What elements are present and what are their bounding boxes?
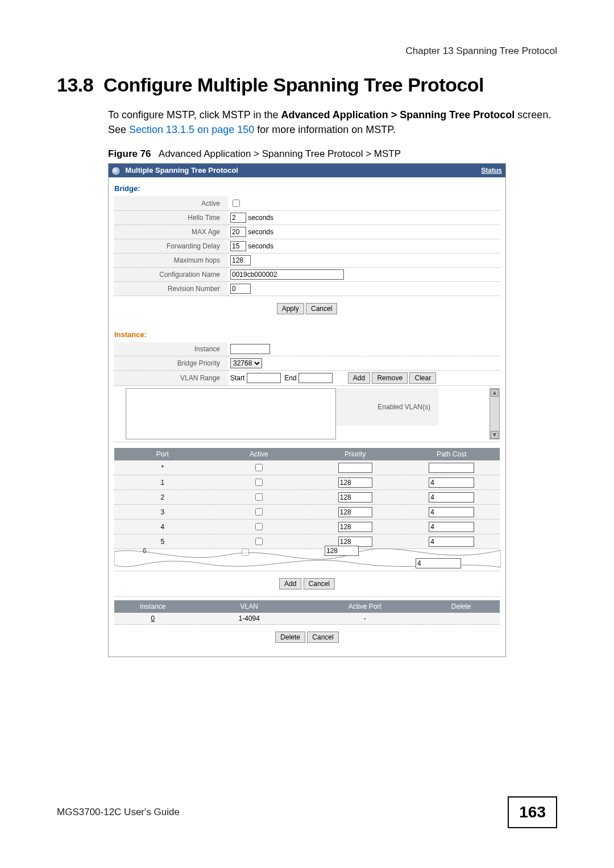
section-number: 13.8 [57,74,93,95]
instance-cancel-button[interactable]: Cancel [304,578,335,589]
th-active: Active [211,448,308,460]
cross-reference-link[interactable]: Section 13.1.5 on page 150 [129,124,254,135]
label-instance: Instance [114,342,228,356]
bridge-apply-button[interactable]: Apply [277,303,304,314]
port-active-checkbox[interactable] [255,479,263,486]
maxage-suffix: seconds [248,228,273,236]
label-config-name: Configuration Name [114,268,228,282]
table-row: 4 [114,520,500,534]
vlan-remove-button[interactable]: Remove [372,372,408,384]
config-name-input[interactable] [230,269,344,280]
active-checkbox[interactable] [233,200,240,207]
port-priority-input[interactable] [338,492,372,502]
page-number: 163 [508,796,557,828]
intro-bold-path: Advanced Application > Spanning Tree Pro… [281,109,515,121]
screenshot-titlebar: Multiple Spanning Tree Protocol Status [109,164,505,177]
bridge-priority-select[interactable]: 32768 [230,358,262,368]
port-pathcost-input[interactable] [429,537,474,547]
instance-form: Instance Bridge Priority 32768 VLAN Rang… [114,342,500,386]
hello-suffix: seconds [248,214,273,222]
th-active-port: Active Port [307,600,422,613]
port-pathcost-input[interactable] [429,477,474,488]
vlan-end-label: End [284,374,296,382]
summary-vlan: 1-4094 [192,613,307,625]
intro-paragraph: To configure MSTP, click MSTP in the Adv… [108,107,557,137]
torn-edge: 6 [114,547,500,571]
port-pathcost-input[interactable] [429,492,474,502]
intro-post: for more information on MSTP. [254,124,396,135]
port-active-checkbox[interactable] [242,549,249,556]
port-pathcost-input[interactable] [429,507,474,517]
scroll-up-icon[interactable]: ▲ [491,389,499,397]
vlan-start-input[interactable] [247,373,281,383]
table-row: 3 [114,505,500,520]
label-forwarding-delay: Forwarding Delay [114,239,228,254]
instance-input[interactable] [230,344,270,354]
enabled-vlans-scrollbar[interactable]: ▲ ▼ [489,388,500,439]
figure-caption: Figure 76 Advanced Application > Spannin… [108,148,557,160]
port-pathcost-input[interactable] [416,558,461,568]
vlan-add-button[interactable]: Add [348,372,370,384]
port-priority-input[interactable] [338,463,372,473]
label-enabled-vlans: Enabled VLAN(s) [336,388,438,426]
bridge-cancel-button[interactable]: Cancel [306,303,337,314]
label-max-hops: Maximum hops [114,254,228,268]
section-heading: Configure Multiple Spanning Tree Protoco… [103,74,484,95]
table-row: 2 [114,490,500,505]
scroll-down-icon[interactable]: ▼ [491,431,499,439]
port-priority-input[interactable] [338,507,372,517]
table-row: * [114,460,500,475]
port-priority-input[interactable] [325,546,359,556]
th-priority: Priority [307,448,404,460]
forwarding-delay-input[interactable] [230,241,246,251]
summary-delete-button[interactable]: Delete [275,632,305,643]
label-active: Active [114,196,228,211]
th-instance: Instance [114,600,192,613]
port-table: Port Active Priority Path Cost * 1 [114,448,500,549]
th-pathcost: Path Cost [404,448,500,460]
instance-heading: Instance: [114,330,500,339]
titlebar-title: Multiple Spanning Tree Protocol [125,166,238,175]
port-priority-input[interactable] [338,537,372,547]
port-pathcost-input[interactable] [429,463,474,473]
label-bridge-priority: Bridge Priority [114,356,228,371]
instance-link[interactable]: 0 [151,614,155,622]
max-hops-input[interactable] [230,255,251,265]
summary-delete-cell [422,613,500,625]
label-hello-time: Hello Time [114,211,228,225]
port-active-checkbox[interactable] [255,508,263,516]
enabled-vlans-box[interactable] [126,388,336,439]
port-priority-input[interactable] [338,522,372,532]
summary-active-port: - [307,613,422,625]
hello-time-input[interactable] [230,213,246,223]
summary-cancel-button[interactable]: Cancel [307,632,338,643]
bridge-heading: Bridge: [114,184,500,193]
port-priority-input[interactable] [338,477,372,488]
label-max-age: MAX Age [114,225,228,239]
status-link[interactable]: Status [481,167,502,175]
vlan-clear-button[interactable]: Clear [409,372,436,384]
port-pathcost-input[interactable] [429,522,474,532]
max-age-input[interactable] [230,227,246,237]
port-active-checkbox[interactable] [255,523,263,530]
mstp-screenshot: Multiple Spanning Tree Protocol Status B… [108,163,506,657]
instance-add-button[interactable]: Add [279,578,301,589]
revision-number-input[interactable] [230,284,251,294]
intro-pre: To configure MSTP, click MSTP in the [108,109,281,121]
chapter-header: Chapter 13 Spanning Tree Protocol [57,45,557,57]
th-delete: Delete [422,600,500,613]
fwd-suffix: seconds [248,242,273,250]
table-row: 1 [114,475,500,490]
th-port: Port [114,448,211,460]
table-row: 0 1-4094 - [114,613,500,625]
port-active-checkbox[interactable] [255,464,263,471]
summary-table: Instance VLAN Active Port Delete 0 1-409… [114,600,500,625]
port-active-checkbox[interactable] [255,538,263,545]
vlan-end-input[interactable] [298,373,333,383]
titlebar-dot-icon [112,167,120,175]
vlan-start-label: Start [230,374,244,382]
figure-caption-text: Advanced Application > Spanning Tree Pro… [159,148,401,159]
page-footer: MGS3700-12C User's Guide 163 [57,796,557,828]
port-active-checkbox[interactable] [255,493,263,501]
footer-left-text: MGS3700-12C User's Guide [57,807,180,818]
